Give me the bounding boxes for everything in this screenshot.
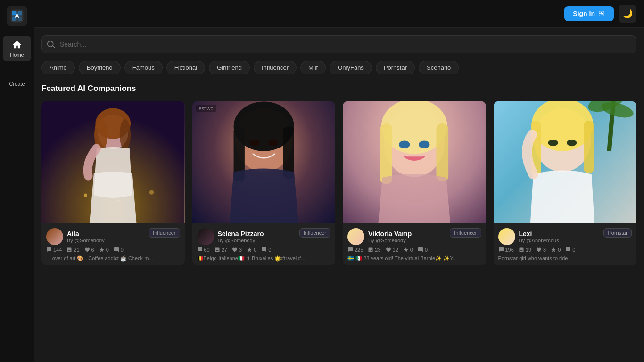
theme-toggle-button[interactable]: 🌙 xyxy=(619,5,636,23)
card-footer-selena: Selena Pizzaro By @Somebody Influencer 6… xyxy=(192,223,336,265)
svg-point-9 xyxy=(149,190,154,195)
tag-pornstar[interactable]: Pornstar xyxy=(376,61,415,74)
svg-rect-5 xyxy=(18,17,22,21)
card-name-lexi: Lexi xyxy=(519,230,559,238)
stat-comments-lexi: 0 xyxy=(565,247,575,253)
tag-boyfriend[interactable]: Boyfriend xyxy=(79,61,121,74)
svg-rect-2 xyxy=(12,11,17,16)
main-content: Sign In 🌙 Anime Boyfriend Famous Fiction… xyxy=(34,0,644,362)
badge-lexi: Pornstar xyxy=(603,228,632,238)
search-bar xyxy=(41,35,636,53)
card-footer-lexi: Lexi By @Anonymous Pornstar 196 xyxy=(494,223,637,265)
svg-point-7 xyxy=(84,194,87,197)
card-by-viktoria: By @Somebody xyxy=(368,238,412,243)
svg-point-13 xyxy=(120,119,131,150)
card-viktoria[interactable]: Viktoria Vamp By @Somebody Influencer 22… xyxy=(343,101,486,265)
stat-likes-lexi: 8 xyxy=(536,247,546,253)
avatar-lexi xyxy=(498,228,515,245)
tag-milf[interactable]: Milf xyxy=(300,61,326,74)
card-by-selena: By @Somebody xyxy=(218,238,264,243)
tag-influencer[interactable]: Influencer xyxy=(254,61,297,74)
stat-comments-viktoria: 0 xyxy=(418,247,428,253)
card-aila[interactable]: Aila By @Somebody Influencer 144 xyxy=(41,101,185,265)
stat-comments-selena: 0 xyxy=(261,247,271,253)
card-image-viktoria xyxy=(343,101,486,223)
card-stats-selena: 60 27 3 0 xyxy=(197,247,331,253)
tag-onlyfans[interactable]: OnlyFans xyxy=(330,61,372,74)
svg-rect-34 xyxy=(584,121,594,173)
avatar-aila xyxy=(46,228,63,245)
svg-rect-4 xyxy=(12,17,17,21)
logo[interactable]: A xyxy=(7,6,27,26)
stat-messages-aila: 144 xyxy=(46,247,62,253)
tag-fictional[interactable]: Fictional xyxy=(166,61,205,74)
stat-comments-aila: 0 xyxy=(114,247,124,253)
tag-scenario[interactable]: Scenario xyxy=(419,61,459,74)
card-image-selena: estiwo xyxy=(192,101,336,223)
badge-selena: Influencer xyxy=(299,228,330,238)
stat-images-lexi: 19 xyxy=(519,247,531,253)
sign-in-label: Sign In xyxy=(573,10,595,17)
tag-famous[interactable]: Famous xyxy=(124,61,163,74)
sign-in-button[interactable]: Sign In xyxy=(564,6,614,21)
avatar-viktoria xyxy=(347,228,364,245)
card-by-aila: By @Somebody xyxy=(67,238,105,243)
card-user-info-viktoria: Viktoria Vamp By @Somebody xyxy=(347,228,412,245)
stat-likes-aila: 6 xyxy=(84,247,94,253)
stat-likes-selena: 3 xyxy=(232,247,242,253)
card-desc-lexi: Pornstar girl who wants to ride xyxy=(498,255,632,261)
svg-rect-24 xyxy=(380,123,392,184)
tag-anime[interactable]: Anime xyxy=(41,61,75,74)
card-stats-aila: 144 21 6 0 xyxy=(46,247,180,253)
card-desc-selena: 🇧🇪Belgo-Italienne🇮🇹 ⬆ Bruxelles 🌟#travel… xyxy=(197,255,331,262)
svg-rect-25 xyxy=(436,123,448,181)
card-selena[interactable]: estiwo Selena Pizzaro By @Somebody Influ… xyxy=(192,101,336,265)
card-lexi[interactable]: Lexi By @Anonymous Pornstar 196 xyxy=(494,101,637,265)
card-stats-viktoria: 225 23 12 0 xyxy=(347,247,481,253)
sidebar-item-create[interactable]: Create xyxy=(3,65,31,90)
header: Sign In 🌙 xyxy=(34,0,644,28)
svg-point-36 xyxy=(567,140,577,146)
stat-messages-viktoria: 225 xyxy=(347,247,363,253)
card-desc-viktoria: 🇸🇪 🇲🇽 28 years old! The virtual Barbie✨ … xyxy=(347,255,481,262)
card-desc-aila: - Lover of art 🎨 - Coffee addict ☕ Check… xyxy=(46,255,180,262)
card-footer-viktoria: Viktoria Vamp By @Somebody Influencer 22… xyxy=(343,223,486,265)
card-user-info-selena: Selena Pizzaro By @Somebody xyxy=(197,228,264,245)
card-image-lexi xyxy=(494,101,637,223)
avatar-selena xyxy=(197,228,214,245)
sidebar-create-label: Create xyxy=(9,81,25,87)
card-image-aila xyxy=(41,101,185,223)
sidebar-home-label: Home xyxy=(10,52,24,58)
moon-icon: 🌙 xyxy=(622,8,633,19)
stat-images-aila: 21 xyxy=(66,247,79,253)
card-by-lexi: By @Anonymous xyxy=(519,238,559,243)
stat-messages-lexi: 196 xyxy=(498,247,514,253)
stat-images-selena: 27 xyxy=(215,247,227,253)
cards-grid: Aila By @Somebody Influencer 144 xyxy=(41,101,636,265)
featured-section-title: Featured AI Companions xyxy=(41,84,636,93)
card-stats-lexi: 196 19 8 0 xyxy=(498,247,632,253)
badge-viktoria: Influencer xyxy=(450,228,481,238)
content-area: Anime Boyfriend Famous Fictional Girlfri… xyxy=(34,28,644,362)
card-name-viktoria: Viktoria Vamp xyxy=(368,230,412,238)
tags-list: Anime Boyfriend Famous Fictional Girlfri… xyxy=(41,61,636,74)
stat-images-viktoria: 23 xyxy=(368,247,380,253)
stat-messages-selena: 60 xyxy=(197,247,210,253)
sidebar-item-home[interactable]: Home xyxy=(3,36,31,61)
search-icon xyxy=(47,40,56,49)
stat-likes-viktoria: 12 xyxy=(386,247,398,253)
svg-point-19 xyxy=(249,140,259,146)
card-footer-aila: Aila By @Somebody Influencer 144 xyxy=(41,223,185,265)
stat-stars-viktoria: 0 xyxy=(403,247,413,253)
search-input[interactable] xyxy=(41,35,636,53)
card-watermark-selena: estiwo xyxy=(196,105,216,112)
svg-point-35 xyxy=(548,140,558,146)
card-user-info-aila: Aila By @Somebody xyxy=(46,228,105,245)
svg-rect-3 xyxy=(18,11,22,16)
tag-girlfriend[interactable]: Girlfriend xyxy=(209,61,250,74)
stat-stars-aila: 0 xyxy=(99,247,109,253)
card-name-aila: Aila xyxy=(67,230,105,238)
stat-stars-selena: 0 xyxy=(247,247,256,253)
card-name-selena: Selena Pizzaro xyxy=(218,230,264,238)
svg-point-20 xyxy=(268,140,278,146)
